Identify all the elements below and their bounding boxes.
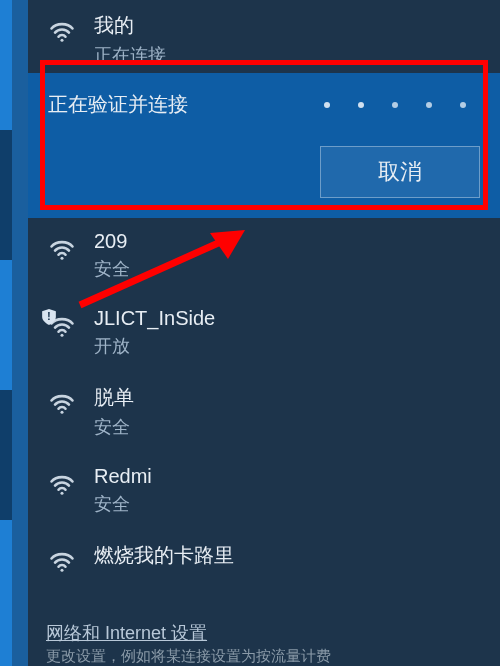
svg-point-0 xyxy=(60,39,63,42)
wifi-network-item[interactable]: Redmi 安全 xyxy=(28,453,500,530)
wifi-network-item[interactable]: 脱单 安全 xyxy=(28,372,500,453)
active-network-block: 正在验证并连接 取消 xyxy=(28,73,500,218)
network-connecting-label: 正在连接 xyxy=(94,43,166,67)
network-security: 安全 xyxy=(94,257,130,281)
progress-dots xyxy=(324,102,480,108)
network-name: Redmi xyxy=(94,465,152,488)
svg-point-5 xyxy=(60,492,63,495)
network-security: 安全 xyxy=(94,492,152,516)
wifi-network-item[interactable]: 燃烧我的卡路里 xyxy=(28,530,500,592)
svg-text:!: ! xyxy=(47,310,51,322)
wifi-icon xyxy=(46,234,78,266)
network-settings-description: 更改设置，例如将某连接设置为按流量计费 xyxy=(28,647,500,666)
wifi-open-shield-icon: ! xyxy=(46,311,78,343)
network-name: 209 xyxy=(94,230,130,253)
network-security: 开放 xyxy=(94,334,215,358)
network-name: 燃烧我的卡路里 xyxy=(94,542,234,569)
network-name: JLICT_InSide xyxy=(94,307,215,330)
network-security: 安全 xyxy=(94,415,134,439)
network-settings-link[interactable]: 网络和 Internet 设置 xyxy=(28,613,500,647)
svg-point-4 xyxy=(60,411,63,414)
wifi-network-item[interactable]: 209 安全 xyxy=(28,218,500,295)
wifi-icon xyxy=(46,469,78,501)
wifi-network-active[interactable]: 我的 正在连接 xyxy=(28,0,500,73)
wifi-flyout-panel: 我的 正在连接 正在验证并连接 取消 209 安全 ! JLICT_InSide… xyxy=(28,0,500,666)
wifi-icon xyxy=(46,546,78,578)
wifi-icon xyxy=(46,16,78,48)
wifi-network-item[interactable]: ! JLICT_InSide 开放 xyxy=(28,295,500,372)
network-name: 我的 xyxy=(94,12,166,39)
svg-point-2 xyxy=(60,334,63,337)
connection-status-text: 正在验证并连接 xyxy=(48,91,188,118)
svg-point-1 xyxy=(60,257,63,260)
network-name: 脱单 xyxy=(94,384,134,411)
svg-point-6 xyxy=(60,569,63,572)
cancel-button[interactable]: 取消 xyxy=(320,146,480,198)
wifi-icon xyxy=(46,388,78,420)
